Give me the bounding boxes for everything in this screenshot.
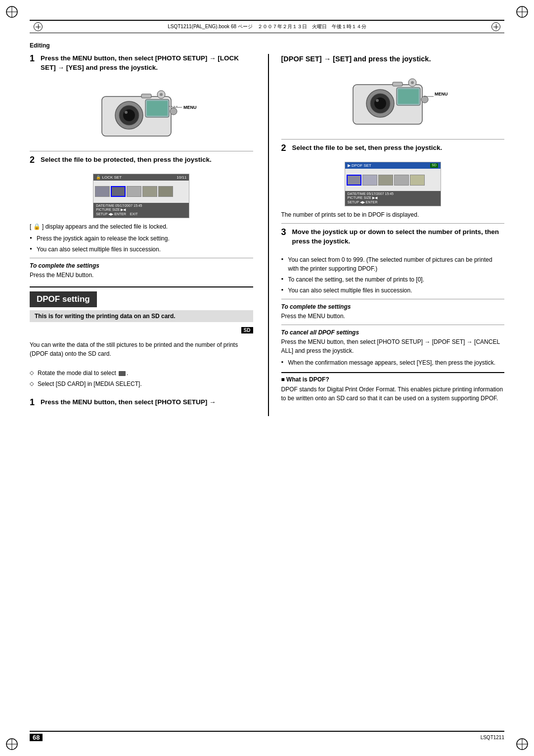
svg-text:MENU: MENU [183, 105, 197, 110]
dpof-screen-title: ▶ DPOF SET [348, 163, 371, 168]
step2-left-content: Select the file to be protected, then pr… [41, 155, 253, 170]
step1-content: Press the MENU button, then select [PHOT… [41, 54, 253, 78]
lock-screen-setup: SETUP ◀▶ ENTER EXIT [96, 212, 186, 216]
step3-right-content: Move the joystick up or down to select t… [292, 228, 505, 251]
footer-code: LSQT1211 [481, 735, 504, 740]
header-crosshair-left [34, 22, 43, 31]
thumb-3 [127, 186, 141, 197]
left-column: 1 Press the MENU button, then select [PH… [30, 54, 253, 416]
page: LSQT1211(PAL_ENG).book 68 ページ ２００７年２月１３日… [0, 0, 534, 756]
svg-rect-19 [141, 94, 151, 98]
corner-br-crosshair [515, 737, 529, 751]
divider-right-2 [281, 223, 505, 224]
dpof-subtitle-box: This is for writing the printing data on… [30, 310, 253, 322]
sd-badge-container: SD [30, 326, 253, 337]
dpof-screen-badge: SD [430, 163, 438, 168]
lock-screen-header: 🔒 LOCK SET 10/11 [93, 174, 189, 181]
to-cancel-text: Press the MENU button, then select [PHOT… [281, 337, 505, 355]
header-crosshair-right [491, 22, 500, 31]
dpof-step1-number: 1 [30, 398, 39, 407]
svg-point-15 [123, 109, 135, 121]
svg-point-30 [376, 99, 379, 102]
divider-complete-settings [30, 258, 253, 258]
step3-bullet1: You can select from 0 to 999. (The selec… [281, 255, 505, 273]
dpof-screen-illustration: ▶ DPOF SET SD DATE/TIME 05/17/2007 15:45… [345, 162, 441, 206]
dpof-screen-thumbnails [345, 169, 441, 191]
step3-right-heading: Move the joystick up or down to select t… [292, 228, 505, 246]
lock-screen-count: 10/11 [177, 175, 186, 180]
thumb-2-selected [111, 186, 126, 197]
svg-rect-32 [398, 89, 419, 104]
lock-screen-illustration: 🔒 LOCK SET 10/11 DATE/TIME 05/17/2007 15… [93, 174, 189, 218]
svg-point-16 [125, 111, 128, 114]
divider-right-1 [281, 139, 505, 140]
dpof-title-box: DPOF setting [30, 291, 97, 307]
camera-svg-step1: MENU [92, 82, 191, 146]
right-top-heading: [DPOF SET] → [SET] and press the joystic… [281, 54, 505, 64]
to-complete-right-text: Press the MENU button. [281, 312, 505, 321]
dpof-thumb-5 [410, 175, 425, 186]
step3-right-row: 3 Move the joystick up or down to select… [281, 228, 505, 251]
lock-screen-thumbnails [93, 181, 189, 203]
dpof-thumb-1 [347, 175, 361, 186]
step1-heading: Press the MENU button, then select [PHOT… [41, 54, 253, 73]
lock-screen-datetime: DATE/TIME 05/17/2007 15:45 [96, 204, 186, 207]
step2-right-row: 2 Select the file to be set, then press … [281, 143, 505, 158]
dpof-step1-row: 1 Press the MENU button, then select [PH… [30, 398, 253, 412]
what-is-dpof-box: What is DPOF? DPOF stands for Digital Pr… [281, 372, 505, 403]
svg-point-21 [160, 93, 163, 96]
dpof-screen-picsize: PICTURE SIZE ▶◀ [348, 196, 438, 200]
lock-note: [ 🔒 ] display appears and the selected f… [30, 222, 253, 231]
lock-screen-picturesize: PICTURE SIZE ▶◀ [96, 208, 186, 212]
svg-rect-33 [393, 82, 402, 86]
camera-illustration-right: MENU [281, 70, 505, 134]
what-is-dpof-text: DPOF stands for Digital Print Order Form… [281, 385, 505, 403]
dpof-thumb-2 [362, 175, 377, 186]
dpof-screen-datetime: DATE/TIME 05/17/2007 15:45 [348, 192, 438, 195]
step2-right-heading: Select the file to be set, then press th… [292, 143, 505, 153]
divider-right-3 [281, 299, 505, 299]
dpof-step1-content: Press the MENU button, then select [PHOT… [41, 398, 253, 412]
to-complete-left-text: Press the MENU button. [30, 271, 253, 280]
dpof-thumb-3 [378, 175, 393, 186]
dpof-thumb-4 [394, 175, 409, 186]
step2-right-number: 2 [281, 143, 290, 152]
step1-number: 1 [30, 54, 39, 63]
step3-bullet3: You can also select multiple files in su… [281, 286, 505, 295]
to-cancel-bullet: When the confirmation message appears, s… [281, 358, 505, 367]
dpof-screen-header: ▶ DPOF SET SD [345, 162, 441, 169]
camera-svg-right: MENU [343, 70, 442, 134]
step1-row: 1 Press the MENU button, then select [PH… [30, 54, 253, 78]
header-text: LSQT1211(PAL_ENG).book 68 ページ ２００７年２月１３日… [52, 23, 482, 30]
footer-page-number: 68 [30, 734, 43, 741]
step3-bullet2: To cancel the setting, set the number of… [281, 275, 505, 284]
dpof-step1-heading: Press the MENU button, then select [PHOT… [41, 398, 253, 407]
corner-bl-crosshair [5, 737, 19, 751]
divider-right-4 [281, 325, 505, 325]
right-column: [DPOF SET] → [SET] and press the joystic… [268, 54, 505, 416]
diamond-select-sd: Select [SD CARD] in [MEDIA SELECT]. [30, 379, 253, 388]
header-bar: LSQT1211(PAL_ENG).book 68 ページ ２００７年２月１３日… [30, 20, 504, 33]
step3-right-number: 3 [281, 228, 290, 236]
dpof-step2-note: The number of prints set to be in DPOF i… [281, 210, 505, 219]
footer: 68 LSQT1211 [30, 731, 504, 741]
lock-screen-title: 🔒 LOCK SET [96, 175, 122, 180]
svg-point-36 [421, 96, 428, 103]
corner-tl-crosshair [5, 5, 19, 19]
section-label: Editing [30, 42, 504, 49]
thumb-4 [142, 186, 157, 197]
corner-tr-crosshair [515, 5, 529, 19]
two-column-layout: 1 Press the MENU button, then select [PH… [30, 54, 504, 416]
step2-left-row: 2 Select the file to be protected, then … [30, 155, 253, 170]
dpof-screen-setup: SETUP ◀▶ ENTER [348, 200, 438, 204]
dpof-screen-footer: DATE/TIME 05/17/2007 15:45 PICTURE SIZE … [345, 191, 441, 206]
to-complete-left-heading: To complete the settings [30, 262, 253, 269]
thumb-5 [158, 186, 173, 197]
to-cancel-heading: To cancel all DPOF settings [281, 329, 505, 336]
dpof-body-text: You can write the data of the still pict… [30, 340, 253, 358]
thumb-1 [95, 186, 110, 197]
step2-left-number: 2 [30, 155, 39, 164]
svg-point-35 [411, 81, 414, 84]
lock-screen-footer: DATE/TIME 05/17/2007 15:45 PICTURE SIZE … [93, 203, 189, 218]
camera-illustration-step1: MENU [30, 82, 253, 146]
